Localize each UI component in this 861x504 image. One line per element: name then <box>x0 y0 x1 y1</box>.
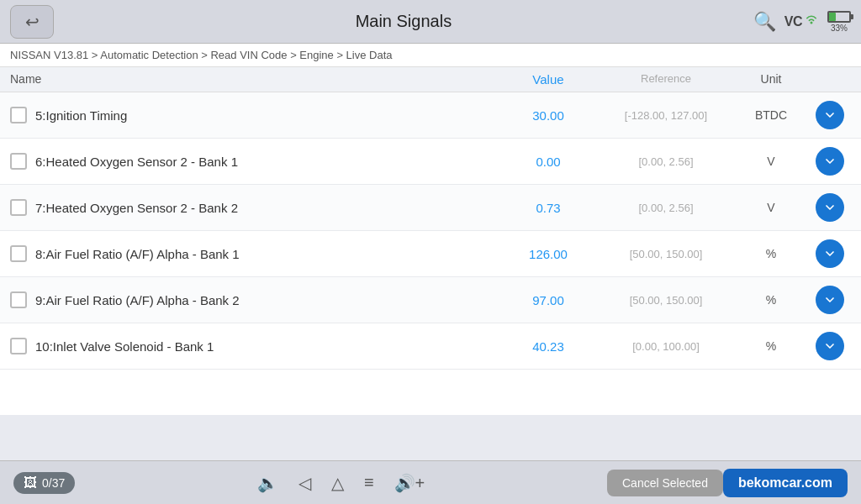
breadcrumb: NISSAN V13.81 > Automatic Detection > Re… <box>0 44 861 67</box>
row-name-cell: 8:Air Fuel Ratio (A/F) Alpha - Bank 1 <box>10 245 498 262</box>
row-reference: [0.00, 100.00] <box>599 340 733 353</box>
volume-plus-icon[interactable]: 🔊+ <box>394 473 425 493</box>
vci-label: VC <box>784 14 802 29</box>
wifi-icon <box>804 10 819 28</box>
row-unit: % <box>733 339 809 353</box>
row-reference: [0.00, 2.56] <box>599 155 733 168</box>
row-value: 0.73 <box>498 201 599 215</box>
row-signal-name: 8:Air Fuel Ratio (A/F) Alpha - Bank 1 <box>35 247 240 261</box>
nav-icons: 🔈 ◁ △ ≡ 🔊+ <box>75 473 607 493</box>
table-row: 8:Air Fuel Ratio (A/F) Alpha - Bank 1 12… <box>0 231 861 277</box>
row-unit: % <box>733 293 809 307</box>
count-badge: 🖼 0/37 <box>13 472 75 494</box>
row-checkbox[interactable] <box>10 338 27 354</box>
row-action <box>809 239 851 268</box>
row-signal-name: 9:Air Fuel Ratio (A/F) Alpha - Bank 2 <box>35 293 240 307</box>
col-header-value: Value <box>498 72 599 87</box>
row-checkbox[interactable] <box>10 291 27 308</box>
expand-button[interactable] <box>816 239 844 268</box>
svg-point-0 <box>811 22 813 24</box>
back-arrow-icon: ↩ <box>25 12 40 32</box>
row-checkbox[interactable] <box>10 199 27 216</box>
vci-status: VC <box>784 14 819 29</box>
expand-button[interactable] <box>816 147 844 176</box>
expand-button[interactable] <box>816 101 844 129</box>
row-name-cell: 10:Inlet Valve Solenoid - Bank 1 <box>10 338 498 354</box>
row-unit: % <box>733 247 809 260</box>
back-button[interactable]: ↩ <box>10 5 54 39</box>
header-actions: 🔍 VC 33% <box>753 11 851 33</box>
expand-button[interactable] <box>816 332 844 360</box>
table-row: 10:Inlet Valve Solenoid - Bank 1 40.23 [… <box>0 323 861 370</box>
header: ↩ Main Signals 🔍 VC 33% <box>0 0 861 44</box>
row-signal-name: 10:Inlet Valve Solenoid - Bank 1 <box>35 339 214 354</box>
col-header-action <box>809 72 851 87</box>
row-checkbox[interactable] <box>10 245 27 262</box>
row-reference: [50.00, 150.00] <box>599 248 733 260</box>
row-unit: V <box>733 155 809 168</box>
expand-button[interactable] <box>816 193 844 222</box>
search-icon[interactable]: 🔍 <box>753 11 776 33</box>
row-reference: [0.00, 2.56] <box>599 202 733 214</box>
watermark-button[interactable]: bekomcar.com <box>723 469 848 497</box>
expand-button[interactable] <box>816 286 844 314</box>
row-checkbox[interactable] <box>10 153 27 170</box>
row-unit: V <box>733 201 809 214</box>
back-nav-icon[interactable]: ◁ <box>298 473 311 493</box>
row-unit: BTDC <box>733 108 809 122</box>
battery-icon <box>827 11 851 23</box>
row-action <box>809 332 851 360</box>
table-row: 9:Air Fuel Ratio (A/F) Alpha - Bank 2 97… <box>0 277 861 323</box>
row-action <box>809 101 851 129</box>
row-reference: [-128.00, 127.00] <box>599 109 733 122</box>
battery-indicator: 33% <box>827 11 851 33</box>
col-header-unit: Unit <box>733 72 809 87</box>
row-value: 40.23 <box>498 339 599 354</box>
row-value: 126.00 <box>498 247 599 261</box>
col-header-name: Name <box>10 72 498 87</box>
volume-icon[interactable]: 🔈 <box>257 473 278 493</box>
row-name-cell: 6:Heated Oxygen Sensor 2 - Bank 1 <box>10 153 498 170</box>
row-checkbox[interactable] <box>10 107 27 123</box>
row-value: 97.00 <box>498 293 599 307</box>
cancel-selected-button[interactable]: Cancel Selected <box>607 470 723 496</box>
table-row: 6:Heated Oxygen Sensor 2 - Bank 1 0.00 [… <box>0 139 861 185</box>
graph-icon: 🖼 <box>24 475 37 491</box>
home-icon[interactable]: △ <box>331 473 344 493</box>
table-row: 5:Ignition Timing 30.00 [-128.00, 127.00… <box>0 92 861 139</box>
menu-icon[interactable]: ≡ <box>364 473 374 492</box>
bottom-bar: 🖼 0/37 🔈 ◁ △ ≡ 🔊+ Cancel Selected bekomc… <box>0 460 861 504</box>
row-value: 0.00 <box>498 155 599 169</box>
data-table: Name Value Reference Unit 5:Ignition Tim… <box>0 67 861 415</box>
row-signal-name: 7:Heated Oxygen Sensor 2 - Bank 2 <box>35 201 238 215</box>
battery-percent: 33% <box>831 24 848 33</box>
row-value: 30.00 <box>498 108 599 123</box>
row-action <box>809 147 851 176</box>
row-name-cell: 9:Air Fuel Ratio (A/F) Alpha - Bank 2 <box>10 291 498 308</box>
table-body: 5:Ignition Timing 30.00 [-128.00, 127.00… <box>0 92 861 370</box>
col-header-reference: Reference <box>599 72 733 87</box>
page-title: Main Signals <box>54 12 753 31</box>
table-row: 7:Heated Oxygen Sensor 2 - Bank 2 0.73 [… <box>0 185 861 231</box>
row-action <box>809 193 851 222</box>
row-action <box>809 286 851 314</box>
count-label: 0/37 <box>42 476 65 490</box>
table-header: Name Value Reference Unit <box>0 67 861 92</box>
row-name-cell: 5:Ignition Timing <box>10 107 498 123</box>
row-name-cell: 7:Heated Oxygen Sensor 2 - Bank 2 <box>10 199 498 216</box>
row-reference: [50.00, 150.00] <box>599 294 733 307</box>
row-signal-name: 6:Heated Oxygen Sensor 2 - Bank 1 <box>35 155 238 169</box>
row-signal-name: 5:Ignition Timing <box>35 108 127 123</box>
